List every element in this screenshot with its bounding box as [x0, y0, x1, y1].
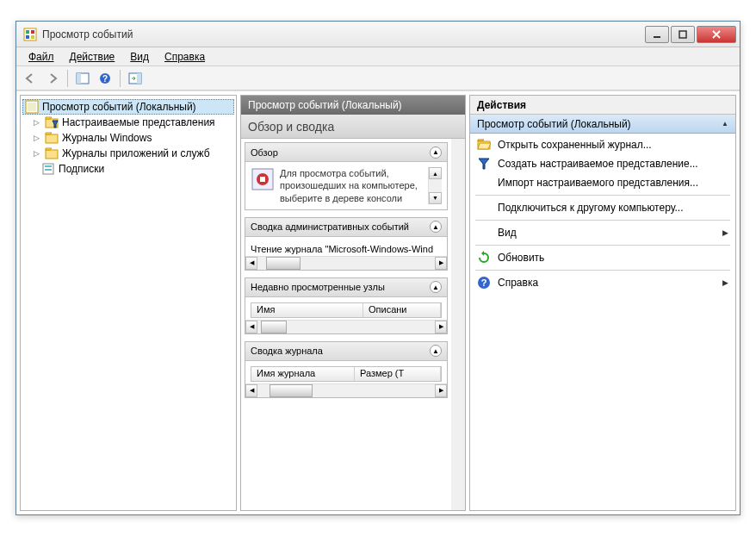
forward-button[interactable]: [42, 69, 63, 88]
folder-open-icon: [477, 138, 491, 152]
section-overview-header[interactable]: Обзор ▲: [245, 143, 447, 162]
window-title: Просмотр событий: [42, 28, 643, 41]
tree-root[interactable]: Просмотр событий (Локальный): [22, 99, 234, 115]
main-window: Просмотр событий Файл Действие Вид Справ…: [15, 21, 741, 515]
tree-root-label: Просмотр событий (Локальный): [42, 101, 196, 113]
actions-sub-header[interactable]: Просмотр событий (Локальный)▲: [470, 115, 735, 134]
svg-rect-16: [46, 134, 58, 143]
content-subtitle: Обзор и сводка: [241, 115, 465, 139]
separator: [475, 270, 730, 271]
folder-icon: [45, 146, 59, 160]
action-label: Справка: [498, 277, 538, 289]
event-viewer-icon: [25, 100, 39, 114]
recent-columns[interactable]: Имя Описани: [251, 302, 442, 318]
action-label: Открыть сохраненный журнал...: [498, 139, 652, 151]
svg-text:?: ?: [481, 277, 487, 288]
subscriptions-icon: [41, 162, 55, 176]
back-button[interactable]: [20, 69, 40, 88]
help-button[interactable]: ?: [95, 69, 115, 88]
svg-rect-23: [260, 177, 265, 182]
show-actions-button[interactable]: [125, 69, 146, 88]
action-label: Обновить: [498, 252, 544, 264]
action-open-saved-log[interactable]: Открыть сохраненный журнал...: [470, 135, 735, 154]
scrollbar-horizontal[interactable]: ◀▶: [245, 256, 447, 270]
expand-icon[interactable]: ▷: [31, 118, 41, 127]
info-icon: [251, 167, 275, 191]
action-view[interactable]: Вид ▶: [470, 223, 735, 242]
action-refresh[interactable]: Обновить: [470, 248, 735, 267]
expand-icon[interactable]: ▷: [31, 149, 41, 158]
action-label: Создать настраиваемое представление...: [498, 158, 698, 170]
section-summary-header[interactable]: Сводка журнала ▲: [245, 342, 447, 361]
content-header: Просмотр событий (Локальный): [241, 96, 465, 115]
minimize-button[interactable]: [645, 26, 669, 43]
tree-app-logs[interactable]: ▷ Журналы приложений и служб: [22, 146, 234, 161]
menu-view[interactable]: Вид: [123, 49, 156, 65]
tree-item-label: Настраиваемые представления: [62, 116, 215, 128]
summary-columns[interactable]: Имя журнала Размер (Т: [251, 366, 442, 382]
svg-text:?: ?: [102, 74, 108, 84]
section-recent-header[interactable]: Недавно просмотренные узлы ▲: [245, 278, 447, 297]
expand-icon[interactable]: ▷: [31, 134, 41, 142]
action-connect-computer[interactable]: Подключиться к другому компьютеру...: [470, 198, 735, 217]
collapse-icon[interactable]: ▲: [430, 345, 442, 357]
tree-subscriptions[interactable]: Подписки: [22, 161, 234, 177]
show-tree-button[interactable]: [72, 69, 93, 88]
toolbar: ?: [16, 66, 740, 90]
blank-icon: [477, 176, 491, 190]
scrollbar-horizontal[interactable]: ◀▶: [245, 320, 447, 333]
tree-item-label: Журналы Windows: [62, 132, 152, 144]
svg-rect-4: [31, 35, 34, 39]
actions-pane: Действия Просмотр событий (Локальный)▲ О…: [469, 95, 736, 511]
action-help[interactable]: ? Справка ▶: [470, 273, 735, 292]
titlebar[interactable]: Просмотр событий: [16, 22, 740, 47]
app-icon: [23, 28, 37, 41]
collapse-icon[interactable]: ▲: [430, 146, 442, 159]
section-recent: Недавно просмотренные узлы ▲ Имя Описани…: [245, 277, 448, 334]
blank-icon: [477, 226, 491, 240]
collapse-icon[interactable]: ▲: [430, 281, 442, 293]
collapse-icon[interactable]: ▲: [430, 221, 442, 233]
scrollbar-vertical[interactable]: ▲▼: [428, 167, 442, 204]
svg-rect-12: [137, 73, 141, 84]
action-import-custom-view[interactable]: Импорт настраиваемого представления...: [470, 173, 735, 192]
svg-rect-3: [26, 35, 29, 39]
action-create-custom-view[interactable]: Создать настраиваемое представление...: [470, 154, 735, 173]
svg-rect-1: [26, 30, 29, 34]
tree-pane: Просмотр событий (Локальный) ▷ Настраива…: [20, 95, 237, 511]
scrollbar-horizontal[interactable]: ◀▶: [245, 383, 447, 397]
svg-rect-8: [77, 73, 81, 84]
tree-windows-logs[interactable]: ▷ Журналы Windows: [22, 130, 234, 146]
blank-icon: [477, 201, 491, 215]
section-summary: Сводка журнала ▲ Имя журнала Размер (Т ◀…: [245, 341, 448, 398]
action-label: Вид: [498, 227, 517, 239]
section-overview: Обзор ▲ Для просмотра событий, произошед…: [245, 142, 448, 210]
separator: [475, 245, 730, 246]
svg-rect-17: [46, 150, 58, 159]
svg-rect-19: [45, 165, 52, 167]
menu-file[interactable]: Файл: [22, 49, 61, 65]
menu-action[interactable]: Действие: [63, 49, 122, 65]
tree-custom-views[interactable]: ▷ Настраиваемые представления: [22, 115, 234, 130]
svg-rect-6: [679, 31, 686, 38]
svg-rect-5: [654, 36, 660, 38]
actions-header: Действия: [470, 96, 735, 115]
body-panes: Просмотр событий (Локальный) ▷ Настраива…: [16, 90, 740, 514]
svg-rect-14: [28, 103, 36, 111]
action-label: Подключиться к другому компьютеру...: [498, 202, 684, 214]
menu-help[interactable]: Справка: [158, 49, 212, 65]
filter-icon: [477, 157, 491, 171]
separator: [475, 195, 730, 196]
content-pane: Просмотр событий (Локальный) Обзор и сво…: [240, 95, 466, 511]
submenu-arrow-icon: ▶: [722, 228, 728, 237]
close-button[interactable]: [697, 26, 736, 43]
separator: [475, 220, 730, 221]
maximize-button[interactable]: [671, 26, 695, 43]
svg-rect-20: [45, 169, 52, 171]
action-label: Импорт настраиваемого представления...: [498, 177, 698, 189]
section-admin-header[interactable]: Сводка административных событий ▲: [245, 218, 447, 237]
collapse-icon[interactable]: ▲: [722, 120, 728, 128]
content-scrollbar[interactable]: [451, 139, 465, 510]
section-admin: Сводка административных событий ▲ Чтение…: [245, 217, 448, 271]
refresh-icon: [477, 251, 491, 265]
